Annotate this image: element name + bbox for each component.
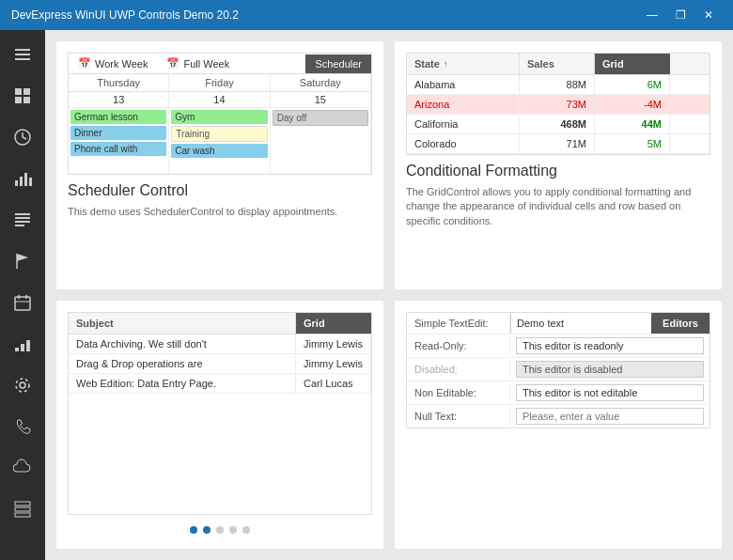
svg-rect-17: [15, 225, 24, 226]
sidebar-item-list[interactable]: [2, 199, 43, 241]
tab-scheduler-active[interactable]: Scheduler: [305, 54, 371, 73]
dot-3[interactable]: [216, 526, 224, 534]
subject-cell-1: Drag & Drop operations are: [69, 354, 296, 373]
dot-4[interactable]: [229, 526, 237, 534]
scheduler-card: 📅 Work Week 📅 Full Week Scheduler Thursd…: [56, 41, 383, 289]
state-cell-colorado: Colorado: [407, 134, 520, 153]
editors-row-disabled: Disabled:: [407, 358, 710, 381]
svg-point-27: [20, 382, 25, 388]
day-friday: Friday: [169, 74, 270, 91]
state-row-california: California 468M 44M: [407, 115, 710, 134]
grid-row-1: Drag & Drop operations are Jimmy Lewis: [69, 354, 371, 374]
svg-rect-20: [15, 297, 30, 310]
scheduler-body: German lesson Dinner Phone call with Gym…: [69, 108, 371, 174]
tab-work-week[interactable]: 📅 Work Week: [69, 54, 157, 73]
sidebar-item-menu[interactable]: [2, 34, 43, 75]
state-row-alabama: Alabama 88M 6M: [407, 75, 710, 95]
prev-cell-alabama: 6M: [595, 75, 670, 94]
appointment-gym[interactable]: Gym: [171, 110, 267, 124]
svg-rect-14: [15, 213, 30, 215]
date-14: 14: [169, 92, 270, 107]
svg-rect-13: [29, 178, 32, 186]
grid-row-2: Web Edition: Data Entry Page. Carl Lucas: [69, 374, 371, 394]
svg-rect-24: [15, 348, 19, 351]
noneditable-label: Non Editable:: [407, 383, 510, 402]
svg-rect-12: [24, 173, 27, 186]
subject-col-header: Subject: [69, 313, 296, 334]
grid-col-header-active[interactable]: Grid: [595, 54, 670, 74]
name-cell-2: Carl Lucas: [296, 374, 371, 393]
grid-tab-active[interactable]: Grid: [296, 313, 371, 334]
svg-rect-2: [15, 58, 30, 60]
dot-1[interactable]: [190, 526, 197, 534]
sidebar-item-chart[interactable]: [2, 158, 43, 199]
svg-rect-10: [15, 180, 18, 186]
sidebar-item-flag[interactable]: [2, 241, 43, 282]
svg-rect-31: [15, 513, 30, 517]
dot-5[interactable]: [242, 526, 250, 534]
appointment-dinner[interactable]: Dinner: [70, 126, 166, 140]
sidebar-item-settings[interactable]: [2, 365, 43, 406]
state-cell-alabama: Alabama: [407, 75, 520, 94]
state-cell-california: California: [407, 115, 520, 133]
scheduler-tabs: 📅 Work Week 📅 Full Week Scheduler: [69, 54, 371, 74]
nulltext-value-cell: [510, 405, 710, 428]
scheduler-dates: 13 14 15: [69, 92, 371, 108]
minimize-button[interactable]: —: [639, 2, 665, 28]
sales-cell-colorado: 71M: [520, 134, 595, 153]
svg-rect-16: [15, 221, 30, 223]
scheduler-col-thursday: German lesson Dinner Phone call with: [69, 108, 169, 174]
scheduler-card-title: Scheduler Control: [68, 182, 372, 199]
svg-rect-26: [26, 340, 30, 351]
appointment-phone-call[interactable]: Phone call with: [70, 142, 166, 156]
sidebar-item-barchart[interactable]: [2, 323, 43, 365]
content-area: 📅 Work Week 📅 Full Week Scheduler Thursd…: [45, 30, 733, 560]
dot-2[interactable]: [203, 526, 211, 534]
appointment-car-wash[interactable]: Car wash: [171, 144, 267, 158]
svg-rect-1: [15, 54, 30, 55]
sidebar-item-phone[interactable]: [2, 406, 43, 447]
sidebar-item-calendar[interactable]: [2, 282, 43, 323]
appointment-training[interactable]: Training: [171, 126, 267, 142]
prev-cell-california: 44M: [595, 115, 670, 133]
state-row-colorado: Colorado 71M 5M: [407, 134, 710, 154]
sidebar-item-clock[interactable]: [2, 117, 43, 158]
sidebar-item-grid[interactable]: [2, 75, 43, 117]
subject-cell-2: Web Edition: Data Entry Page.: [69, 374, 296, 393]
editors-row-readonly: Read-Only:: [407, 334, 710, 358]
date-13: 13: [69, 92, 169, 107]
readonly-label: Read-Only:: [407, 336, 510, 355]
date-15: 15: [271, 92, 371, 107]
sort-arrow-icon: ↑: [444, 59, 448, 69]
appointment-german-lesson[interactable]: German lesson: [70, 110, 166, 124]
cf-card-desc: The GridControl allows you to apply cond…: [406, 185, 710, 228]
state-cell-arizona: Arizona: [407, 95, 520, 114]
day-saturday: Saturday: [271, 74, 371, 91]
editors-row-simple: Simple TextEdit: Editors: [407, 313, 710, 334]
editors-table: Simple TextEdit: Editors Read-Only: Disa…: [406, 312, 710, 428]
svg-rect-4: [23, 88, 30, 95]
svg-line-9: [23, 137, 26, 139]
svg-rect-29: [15, 502, 30, 506]
scheduler-col-saturday: Day off: [271, 108, 371, 174]
scheduler-demo: 📅 Work Week 📅 Full Week Scheduler Thursd…: [68, 53, 372, 175]
sidebar-item-cloud[interactable]: [2, 447, 43, 489]
restore-button[interactable]: ❐: [667, 2, 694, 28]
svg-rect-6: [23, 97, 30, 103]
nulltext-input[interactable]: [516, 408, 704, 425]
scheduler-col-friday: Gym Training Car wash: [169, 108, 270, 174]
appointment-day-off[interactable]: Day off: [273, 110, 368, 126]
cf-card: State ↑ Sales Grid Alabama 88M 6M Arizon…: [395, 41, 722, 289]
sidebar-item-grid2[interactable]: [2, 489, 43, 530]
simple-textedit-input[interactable]: [510, 313, 651, 334]
state-table-header: State ↑ Sales Grid: [407, 54, 710, 75]
svg-point-28: [16, 379, 29, 392]
grid-table-header: Subject Grid: [69, 313, 371, 334]
close-button[interactable]: ✕: [695, 2, 722, 28]
disabled-value-cell: [510, 358, 710, 381]
editors-tab-active[interactable]: Editors: [651, 313, 710, 334]
tab-full-week[interactable]: 📅 Full Week: [157, 54, 239, 73]
editors-row-nulltext: Null Text:: [407, 405, 710, 428]
grid-card: Subject Grid Data Archiving. We still do…: [56, 301, 383, 549]
subject-cell-0: Data Archiving. We still don't: [69, 334, 296, 353]
